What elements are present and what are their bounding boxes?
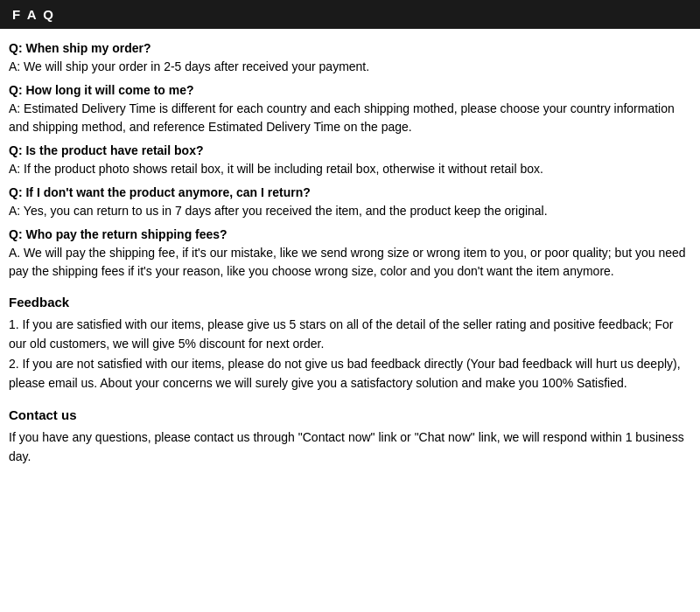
question-4: Q: If I don't want the product anymore, … <box>9 185 691 199</box>
feedback-title: Feedback <box>9 295 691 309</box>
faq-section: Q: When ship my order? A: We will ship y… <box>9 41 691 281</box>
qa-item-4: Q: If I don't want the product anymore, … <box>9 185 691 220</box>
qa-item-3: Q: Is the product have retail box? A: If… <box>9 143 691 178</box>
feedback-item-1: 1. If you are satisfied with our items, … <box>9 315 691 354</box>
feedback-section: Feedback 1. If you are satisfied with ou… <box>9 295 691 393</box>
question-2: Q: How long it will come to me? <box>9 83 691 97</box>
qa-item-1: Q: When ship my order? A: We will ship y… <box>9 41 691 76</box>
qa-item-2: Q: How long it will come to me? A: Estim… <box>9 83 691 136</box>
feedback-item-2: 2. If you are not satisfied with our ite… <box>9 354 691 393</box>
answer-5: A. We will pay the shipping fee, if it's… <box>9 244 691 281</box>
qa-item-5: Q: Who pay the return shipping fees? A. … <box>9 227 691 281</box>
answer-1: A: We will ship your order in 2-5 days a… <box>9 58 691 76</box>
answer-4: A: Yes, you can return to us in 7 days a… <box>9 202 691 220</box>
question-1: Q: When ship my order? <box>9 41 691 55</box>
contact-title: Contact us <box>9 407 691 422</box>
question-5: Q: Who pay the return shipping fees? <box>9 227 691 241</box>
main-content: Q: When ship my order? A: We will ship y… <box>0 38 700 469</box>
contact-text: If you have any questions, please contac… <box>9 428 691 467</box>
question-3: Q: Is the product have retail box? <box>9 143 691 157</box>
faq-header: F A Q <box>0 0 700 29</box>
answer-2: A: Estimated Delivery Time is different … <box>9 100 691 136</box>
answer-3: A: If the product photo shows retail box… <box>9 160 691 178</box>
contact-section: Contact us If you have any questions, pl… <box>9 407 691 467</box>
